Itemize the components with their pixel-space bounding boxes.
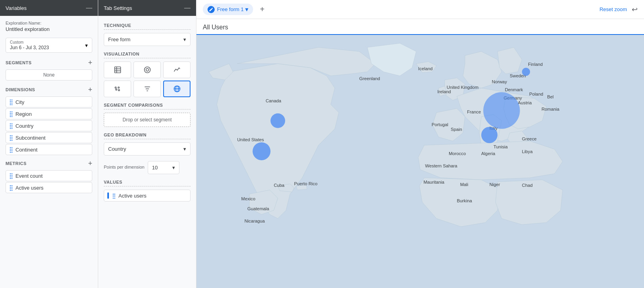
variables-title: Variables <box>6 5 27 11</box>
geo-breakdown-icon: ▾ <box>183 146 186 152</box>
austria-label: Austria <box>518 100 532 105</box>
france-label: France <box>467 109 481 114</box>
tab-dropdown-icon[interactable]: ▾ <box>245 6 248 13</box>
add-dimension-btn[interactable]: + <box>88 86 92 93</box>
date-value: Jun 6 - Jul 3, 2023 <box>10 45 49 50</box>
variables-minimize-btn[interactable]: — <box>86 4 92 12</box>
us-label: United States <box>237 137 264 142</box>
reset-zoom-btn[interactable]: Reset zoom <box>600 6 627 12</box>
viz-filter-btn[interactable] <box>133 81 161 97</box>
points-value: 10 <box>152 165 158 171</box>
burkina-label: Burkina <box>457 198 472 203</box>
iceland-label: Iceland <box>418 66 433 71</box>
viz-donut-btn[interactable] <box>133 61 161 78</box>
add-metric-btn[interactable]: + <box>88 160 92 167</box>
viz-line-btn[interactable] <box>163 61 191 78</box>
canada-label: Canada <box>266 98 282 103</box>
nicaragua-label: Nicaragua <box>244 219 265 223</box>
add-tab-btn[interactable]: + <box>256 4 268 15</box>
dimension-label: Continent <box>15 147 38 153</box>
dimension-label: Subcontinent <box>15 135 46 141</box>
dimension-item[interactable]: ⣿City <box>6 96 92 108</box>
visualization-section-title: VISUALIZATION <box>104 52 191 58</box>
metrics-title: METRICS <box>6 161 27 166</box>
exploration-label: Exploration Name: <box>6 21 92 25</box>
value-label: Active users <box>118 193 147 199</box>
tab-icon <box>208 6 215 13</box>
algeria-label: Algeria <box>481 151 495 156</box>
metric-label: Event count <box>15 173 43 179</box>
tunisia-label: Tunisia <box>493 144 508 149</box>
blue-bar-icon <box>107 192 109 199</box>
topbar-right: Reset zoom ↩ <box>600 5 638 14</box>
ireland-label: Ireland <box>437 89 451 94</box>
dimension-item[interactable]: ⣿Subcontinent <box>6 132 92 143</box>
dimensions-title: DIMENSIONS <box>6 87 35 92</box>
segments-title: SEGMENTS <box>6 60 32 65</box>
germany-bubble <box>483 92 520 129</box>
svg-point-7 <box>118 87 119 88</box>
portugal-label: Portugal <box>432 122 448 127</box>
map-svg: Canada Greenland Iceland United States M… <box>196 35 644 288</box>
metric-item[interactable]: ⣿Active users <box>6 182 92 193</box>
segment-drop-placeholder: Drop or select segment <box>122 117 171 123</box>
scandinavia-bubble <box>522 68 530 76</box>
technique-section-title: TECHNIQUE <box>104 23 191 30</box>
metric-item[interactable]: ⣿Event count <box>6 170 92 181</box>
svg-point-6 <box>116 89 117 90</box>
date-label: Custom <box>10 40 49 44</box>
spain-label: Spain <box>451 127 462 132</box>
svg-rect-0 <box>114 67 120 73</box>
drag-icon: ⣿ <box>9 173 13 179</box>
exploration-name: Untitled exploration <box>6 26 92 32</box>
map-container[interactable]: Canada Greenland Iceland United States M… <box>196 35 644 288</box>
mexico-label: Mexico <box>241 196 255 201</box>
dimension-item[interactable]: ⣿Region <box>6 108 92 119</box>
dimension-item[interactable]: ⣿Country <box>6 120 92 131</box>
viz-scatter-btn[interactable] <box>104 81 131 97</box>
cuba-label: Cuba <box>274 183 285 188</box>
drag-icon: ⣿ <box>9 134 13 141</box>
dimension-item[interactable]: ⣿Continent <box>6 144 92 155</box>
western-sahara-label: Western Sahara <box>425 163 457 168</box>
viz-globe-btn[interactable] <box>163 81 191 97</box>
values-section-title: VALUES <box>104 180 191 186</box>
drag-icon: ⣿ <box>9 146 13 153</box>
tab-settings-header: Tab Settings — <box>98 0 196 16</box>
all-users-label: All Users <box>196 19 644 35</box>
map-topbar: Free form 1 ▾ + Reset zoom ↩ <box>196 0 644 19</box>
tab-settings-minimize-btn[interactable]: — <box>184 4 191 12</box>
drag-icon: ⣿ <box>112 193 116 199</box>
date-dropdown-icon: ▾ <box>85 42 88 48</box>
technique-dropdown[interactable]: Free form ▾ <box>104 33 191 46</box>
us-bubble <box>253 142 271 160</box>
geo-breakdown-value: Country <box>108 146 126 152</box>
points-per-dimension-dropdown[interactable]: 10 ▾ <box>148 161 179 174</box>
viz-table-btn[interactable] <box>104 61 131 78</box>
visualization-grid <box>104 61 191 97</box>
mauritania-label: Mauritania <box>423 180 444 185</box>
metric-label: Active users <box>15 185 44 191</box>
uk-label: United Kingdom <box>447 85 478 90</box>
geo-breakdown-title: GEO BREAKDOWN <box>104 132 191 139</box>
date-range-selector[interactable]: Custom Jun 6 - Jul 3, 2023 ▾ <box>6 38 92 53</box>
active-tab[interactable]: Free form 1 ▾ <box>203 4 253 15</box>
value-chip[interactable]: ⣿Active users <box>104 190 191 202</box>
svg-point-5 <box>146 69 149 71</box>
segment-drop-zone[interactable]: Drop or select segment <box>104 113 191 127</box>
dimensions-section-header: DIMENSIONS + <box>6 86 92 93</box>
italy-bubble <box>481 127 497 143</box>
dimension-label: City <box>15 99 24 105</box>
add-segment-btn[interactable]: + <box>88 59 92 66</box>
technique-dropdown-icon: ▾ <box>183 36 186 42</box>
geo-breakdown-dropdown[interactable]: Country ▾ <box>104 142 191 156</box>
svg-point-4 <box>144 67 150 73</box>
undo-btn[interactable]: ↩ <box>632 5 638 14</box>
dimension-label: Region <box>15 111 32 117</box>
denmark-label: Denmark <box>505 87 523 92</box>
segment-none: None <box>6 69 92 81</box>
technique-value: Free form <box>108 36 130 42</box>
tab-settings-title: Tab Settings <box>104 5 132 11</box>
points-dropdown-icon: ▾ <box>172 165 175 171</box>
romania-label: Romania <box>541 107 560 111</box>
